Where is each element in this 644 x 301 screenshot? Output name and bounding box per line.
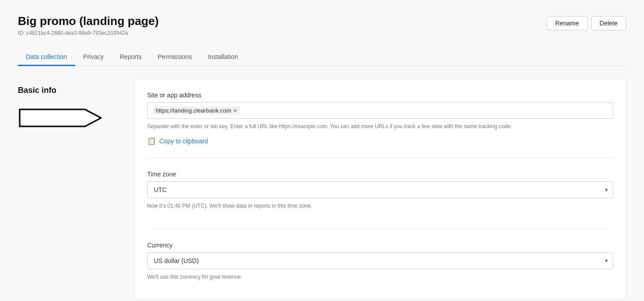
page-header: Big promo (landing page) ID: c4821bc4-26… bbox=[18, 14, 626, 36]
arrow-annotation bbox=[18, 106, 103, 133]
site-address-label: Site or app address bbox=[147, 92, 613, 99]
right-panel: Site or app address https://landing.clea… bbox=[134, 79, 626, 300]
site-address-section: Site or app address https://landing.clea… bbox=[147, 92, 613, 158]
tab-privacy[interactable]: Privacy bbox=[75, 49, 112, 66]
page-id: ID: c4821bc4-2680-4ea3-98e9-793ec203942a bbox=[18, 30, 159, 36]
currency-label: Currency bbox=[147, 242, 613, 249]
tab-installation[interactable]: Installation bbox=[200, 49, 246, 66]
currency-select-wrapper: US dollar (USD) Euro (EUR) British pound… bbox=[147, 252, 613, 269]
timezone-section: Time zone UTC America/New_York America/L… bbox=[147, 171, 613, 229]
title-block: Big promo (landing page) ID: c4821bc4-26… bbox=[18, 14, 159, 36]
copy-label: Copy to clipboard bbox=[159, 138, 208, 145]
tab-reports[interactable]: Reports bbox=[112, 49, 150, 66]
rename-button[interactable]: Rename bbox=[547, 16, 588, 30]
page-title: Big promo (landing page) bbox=[18, 14, 159, 28]
tab-data-collection[interactable]: Data collection bbox=[18, 49, 75, 66]
header-actions: Rename Delete bbox=[547, 16, 626, 30]
section-title: Basic info bbox=[18, 79, 116, 95]
left-label: Basic info bbox=[18, 79, 116, 133]
timezone-select[interactable]: UTC America/New_York America/Los_Angeles… bbox=[147, 181, 613, 198]
tabs-bar: Data collection Privacy Reports Permissi… bbox=[18, 49, 626, 66]
currency-select[interactable]: US dollar (USD) Euro (EUR) British pound… bbox=[147, 252, 613, 269]
url-tag-value: https://landing.clearbank.com bbox=[156, 107, 231, 114]
content-row: Basic info Site or app address https://l… bbox=[18, 79, 626, 300]
timezone-select-wrapper: UTC America/New_York America/Los_Angeles… bbox=[147, 181, 613, 198]
timezone-label: Time zone bbox=[147, 171, 613, 178]
currency-section: Currency US dollar (USD) Euro (EUR) Brit… bbox=[147, 242, 613, 281]
url-input[interactable] bbox=[243, 107, 607, 114]
delete-button[interactable]: Delete bbox=[591, 16, 626, 30]
remove-url-button[interactable]: ✕ bbox=[233, 108, 237, 113]
currency-hint: We'll use this currency for goal revenue bbox=[147, 273, 613, 281]
url-input-wrapper[interactable]: https://landing.clearbank.com ✕ bbox=[147, 102, 613, 119]
tab-permissions[interactable]: Permissions bbox=[150, 49, 200, 66]
copy-to-clipboard-link[interactable]: 📋 Copy to clipboard bbox=[147, 137, 613, 145]
url-tag: https://landing.clearbank.com ✕ bbox=[153, 106, 240, 115]
site-address-hint: Separate with the enter or tab key. Ente… bbox=[147, 122, 613, 130]
clipboard-icon: 📋 bbox=[147, 137, 156, 145]
timezone-hint: Now it's 01:40 PM (UTC). We'll show data… bbox=[147, 202, 613, 210]
